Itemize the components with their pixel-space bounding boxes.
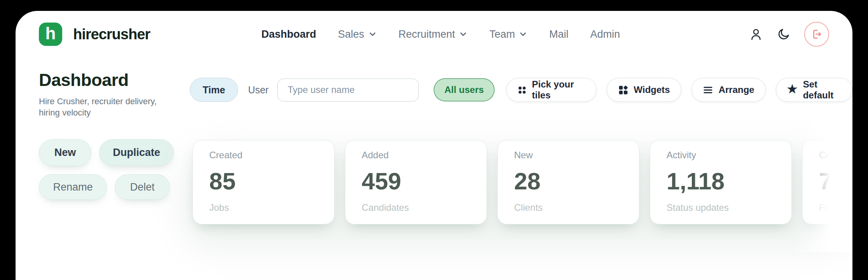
star-icon: ★ bbox=[787, 83, 798, 95]
stat-label: Added bbox=[362, 150, 388, 161]
stat-card-clients: New 28 Clients bbox=[497, 140, 639, 224]
arrange-label: Arrange bbox=[719, 84, 754, 95]
stat-label: Activity bbox=[667, 150, 696, 161]
nav-item-sales[interactable]: Sales bbox=[338, 28, 377, 40]
user-icon[interactable] bbox=[749, 27, 763, 41]
stat-cards-row: Created 85 Jobs Added 459 Candidates New… bbox=[192, 140, 852, 224]
filter-toolbar-row: Time User All users Pick your tiles bbox=[190, 78, 852, 102]
arrange-icon bbox=[703, 85, 713, 95]
nav-item-mail[interactable]: Mail bbox=[549, 28, 569, 40]
set-default-button[interactable]: ★ Set default bbox=[776, 78, 852, 102]
widgets-button[interactable]: Widgets bbox=[607, 78, 681, 102]
nav-label: Sales bbox=[338, 28, 364, 40]
stat-value: 1,118 bbox=[667, 168, 724, 195]
rename-button[interactable]: Rename bbox=[39, 174, 107, 200]
nav-label: Team bbox=[489, 28, 515, 40]
page-title: Dashboard bbox=[39, 70, 129, 90]
nav-label: Recruitment bbox=[399, 28, 455, 40]
stat-label: Cer bbox=[819, 150, 834, 161]
brand-logo[interactable]: h bbox=[39, 23, 62, 46]
pick-your-tiles-button[interactable]: Pick your tiles bbox=[506, 78, 596, 102]
stat-sublabel: Status updates bbox=[667, 202, 729, 213]
nav-label: Admin bbox=[590, 28, 620, 40]
stat-value: 28 bbox=[514, 168, 541, 195]
stat-card-status-updates: Activity 1,118 Status updates bbox=[650, 140, 792, 224]
nav-label: Dashboard bbox=[261, 28, 316, 40]
stat-card-candidates: Added 459 Candidates bbox=[345, 140, 487, 224]
stat-value: 70 bbox=[819, 168, 845, 195]
stat-card-clipped: Cer 70 Firs bbox=[802, 140, 852, 224]
pick-your-tiles-label: Pick your tiles bbox=[532, 79, 585, 101]
page-background: h hirecrusher Dashboard Sales Recruitmen… bbox=[0, 0, 868, 280]
nav-item-admin[interactable]: Admin bbox=[590, 28, 620, 40]
stat-card-jobs: Created 85 Jobs bbox=[192, 140, 334, 224]
brand-name: hirecrusher bbox=[73, 23, 150, 46]
stat-label: New bbox=[514, 150, 533, 161]
stat-label: Created bbox=[209, 150, 242, 161]
delete-button[interactable]: Delet bbox=[115, 174, 170, 200]
stat-sublabel: Firs bbox=[819, 202, 835, 213]
new-button[interactable]: New bbox=[39, 139, 91, 166]
logout-icon[interactable] bbox=[804, 22, 829, 47]
chevron-down-icon bbox=[519, 30, 527, 38]
app-panel: h hirecrusher Dashboard Sales Recruitmen… bbox=[16, 11, 852, 280]
time-filter-button[interactable]: Time bbox=[190, 78, 238, 102]
duplicate-button[interactable]: Duplicate bbox=[99, 139, 174, 166]
stat-sublabel: Jobs bbox=[209, 202, 229, 213]
stat-value: 459 bbox=[362, 168, 401, 195]
chevron-down-icon bbox=[368, 30, 377, 38]
arrange-button[interactable]: Arrange bbox=[691, 78, 766, 102]
tiles-icon bbox=[518, 85, 527, 95]
main-nav: Dashboard Sales Recruitment Team Mail Ad… bbox=[261, 23, 620, 46]
nav-item-recruitment[interactable]: Recruitment bbox=[399, 28, 468, 40]
stat-value: 85 bbox=[209, 168, 236, 195]
nav-item-dashboard[interactable]: Dashboard bbox=[261, 28, 316, 40]
nav-item-team[interactable]: Team bbox=[489, 28, 527, 40]
set-default-label: Set default bbox=[803, 79, 841, 101]
all-users-badge[interactable]: All users bbox=[434, 78, 495, 102]
chevron-down-icon bbox=[459, 30, 467, 38]
widgets-label: Widgets bbox=[634, 84, 670, 95]
stat-sublabel: Clients bbox=[514, 202, 542, 213]
user-filter-label: User bbox=[248, 84, 269, 96]
nav-label: Mail bbox=[549, 28, 569, 40]
page-subtitle: Hire Crusher, recruiter delivery, hiring… bbox=[39, 96, 175, 118]
widgets-icon bbox=[618, 85, 628, 95]
brand-logo-letter: h bbox=[46, 25, 56, 42]
moon-icon[interactable] bbox=[777, 28, 790, 41]
header-icons bbox=[749, 21, 829, 47]
user-search-input[interactable] bbox=[277, 79, 419, 102]
stat-sublabel: Candidates bbox=[362, 202, 409, 213]
